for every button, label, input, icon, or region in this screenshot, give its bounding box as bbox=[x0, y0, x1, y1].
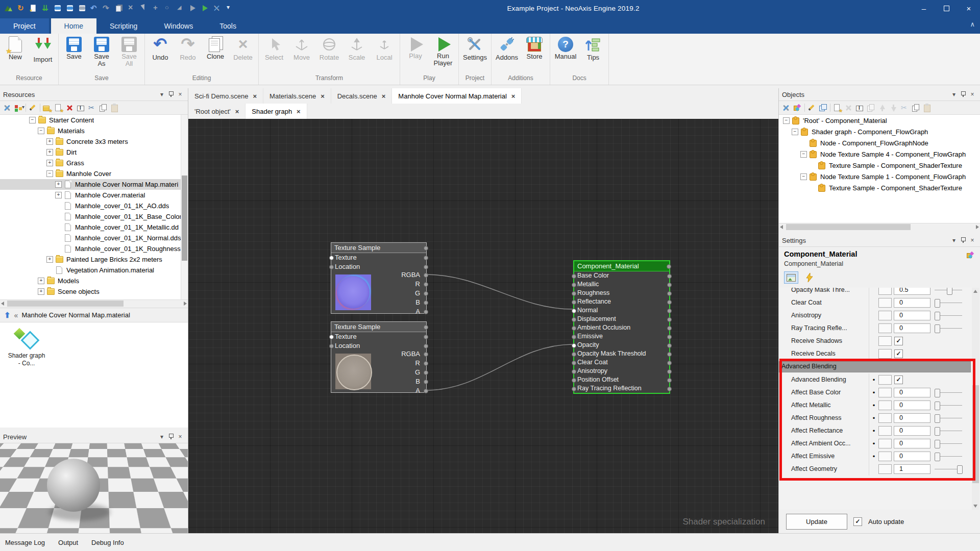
expand-toggle[interactable]: + bbox=[46, 256, 53, 263]
rotate-icon[interactable] bbox=[163, 4, 173, 13]
run-player-icon[interactable] bbox=[200, 4, 209, 13]
property-value-input[interactable]: 0.5 bbox=[894, 288, 930, 295]
object-tree-item[interactable]: − Shader graph - Component_FlowGraph bbox=[779, 126, 980, 137]
node-output-port[interactable]: A bbox=[387, 307, 426, 316]
material-input-port[interactable]: Emissive bbox=[574, 332, 669, 341]
expand-toggle[interactable]: − bbox=[800, 173, 807, 180]
property-slider[interactable] bbox=[934, 414, 963, 422]
expand-toggle[interactable]: − bbox=[38, 128, 44, 134]
tree-item[interactable]: Manhole_cover_01_1K_Roughness bbox=[0, 243, 188, 254]
bottom-tab[interactable]: Debug Info bbox=[91, 539, 124, 546]
property-color-box[interactable] bbox=[878, 349, 892, 359]
play-icon[interactable] bbox=[188, 4, 197, 13]
property-group-header[interactable]: Advanced Blending bbox=[779, 361, 971, 372]
close-icon[interactable]: × bbox=[176, 433, 185, 440]
material-input-port[interactable]: Opacity bbox=[574, 341, 669, 349]
move-icon[interactable] bbox=[151, 4, 160, 13]
edit-icon[interactable] bbox=[29, 104, 37, 112]
tools-icon[interactable] bbox=[782, 104, 791, 112]
material-input-port[interactable]: Ray Tracing Reflection bbox=[574, 384, 669, 393]
property-color-box[interactable] bbox=[878, 288, 892, 295]
tree-item[interactable]: + Dirt bbox=[0, 147, 188, 158]
property-slider[interactable] bbox=[934, 401, 963, 410]
view-options-icon[interactable] bbox=[14, 104, 23, 112]
property-slider[interactable] bbox=[934, 439, 963, 448]
scale-icon[interactable] bbox=[176, 4, 185, 13]
windows-icon[interactable] bbox=[819, 104, 827, 112]
document-subtab[interactable]: 'Root object' × bbox=[188, 104, 246, 119]
delete-icon[interactable] bbox=[65, 104, 74, 112]
property-value-input[interactable]: 1 bbox=[894, 464, 930, 474]
rotate-button[interactable]: Rotate bbox=[316, 35, 342, 61]
tools-icon[interactable] bbox=[3, 104, 12, 112]
material-input-port[interactable]: Ambient Occlusion bbox=[574, 323, 669, 332]
property-value-input[interactable]: 0 bbox=[894, 400, 930, 410]
close-icon[interactable]: × bbox=[297, 108, 301, 115]
property-value-input[interactable]: 0 bbox=[894, 413, 930, 423]
expand-toggle[interactable]: − bbox=[46, 170, 53, 177]
clone-button[interactable]: Clone bbox=[202, 35, 229, 60]
new-resource-icon[interactable] bbox=[54, 104, 63, 112]
bottom-tab[interactable]: Message Log bbox=[5, 539, 45, 546]
property-color-box[interactable] bbox=[878, 426, 892, 436]
node-output-port[interactable]: B bbox=[387, 377, 426, 386]
save-as-button[interactable]: Save As bbox=[88, 35, 115, 68]
rename-icon[interactable] bbox=[855, 104, 864, 112]
redo-icon[interactable] bbox=[102, 4, 111, 13]
property-color-box[interactable] bbox=[878, 298, 892, 308]
tips-button[interactable]: Tips bbox=[580, 35, 606, 61]
tree-item[interactable]: + Models bbox=[0, 276, 188, 286]
property-color-box[interactable] bbox=[878, 336, 892, 346]
separator[interactable] bbox=[40, 104, 40, 112]
settings-button[interactable]: Settings bbox=[461, 35, 489, 61]
expand-toggle[interactable]: + bbox=[38, 278, 44, 284]
back-icon[interactable]: « bbox=[14, 311, 18, 319]
property-slider[interactable] bbox=[934, 427, 963, 435]
property-value-input[interactable]: 0 bbox=[894, 311, 930, 320]
material-input-port[interactable]: Displacement bbox=[574, 315, 669, 323]
expand-toggle[interactable]: − bbox=[800, 151, 807, 158]
slider-thumb[interactable] bbox=[935, 440, 940, 448]
separator[interactable] bbox=[26, 104, 26, 112]
minimize-button[interactable]: – bbox=[913, 0, 935, 16]
document-tab[interactable]: Decals.scene × bbox=[331, 88, 393, 104]
tree-item[interactable]: + Scene objects bbox=[0, 286, 188, 297]
up-icon[interactable]: ⬆ bbox=[4, 311, 11, 320]
tree-item[interactable]: − Manhole Cover bbox=[0, 168, 188, 179]
delete-icon[interactable] bbox=[127, 4, 136, 13]
expand-toggle[interactable]: − bbox=[783, 117, 790, 124]
material-input-port[interactable]: Opacity Mask Threshold bbox=[574, 349, 669, 358]
expand-toggle[interactable]: + bbox=[55, 181, 62, 188]
neoaxis-logo-icon[interactable] bbox=[4, 4, 13, 13]
property-value-input[interactable]: 0 bbox=[894, 323, 930, 333]
save-icon[interactable] bbox=[53, 4, 62, 13]
material-input-port[interactable]: Anisotropy bbox=[574, 367, 669, 375]
expand-toggle[interactable]: + bbox=[46, 160, 53, 166]
tree-item[interactable]: + Concrete 3x3 meters bbox=[0, 136, 188, 147]
move-down-icon[interactable] bbox=[889, 104, 898, 112]
import-icon[interactable] bbox=[41, 4, 50, 13]
slider-thumb[interactable] bbox=[935, 427, 940, 436]
close-icon[interactable]: × bbox=[382, 92, 386, 100]
property-value-input[interactable]: 0 bbox=[894, 298, 930, 308]
cut-icon[interactable] bbox=[88, 104, 96, 112]
scale-button[interactable]: Scale bbox=[344, 35, 370, 61]
document-tab[interactable]: Materials.scene × bbox=[263, 88, 331, 104]
tree-item[interactable]: Vegetation Animation.material bbox=[0, 265, 188, 276]
slider-thumb[interactable] bbox=[935, 389, 940, 397]
pin-icon[interactable] bbox=[959, 236, 968, 245]
close-icon[interactable]: × bbox=[321, 92, 325, 100]
undo-icon[interactable] bbox=[90, 4, 99, 13]
material-input-port[interactable]: Reflectance bbox=[574, 297, 669, 306]
material-input-port[interactable]: Roughness bbox=[574, 289, 669, 297]
node-header[interactable]: Texture Sample bbox=[331, 243, 426, 253]
node-output-port[interactable]: RGBA bbox=[387, 270, 426, 280]
scroll-down-icon[interactable] bbox=[973, 505, 977, 508]
shader-graph-asset[interactable]: Shader graph - Co... bbox=[7, 328, 46, 367]
local-button[interactable]: Local bbox=[371, 35, 398, 61]
select-icon[interactable] bbox=[139, 4, 148, 13]
pin-icon[interactable] bbox=[166, 433, 176, 441]
tree-item[interactable]: + Manhole Cover Normal Map.materi bbox=[0, 179, 188, 190]
close-icon[interactable]: × bbox=[176, 91, 185, 98]
node-output-port[interactable]: R bbox=[387, 359, 426, 368]
